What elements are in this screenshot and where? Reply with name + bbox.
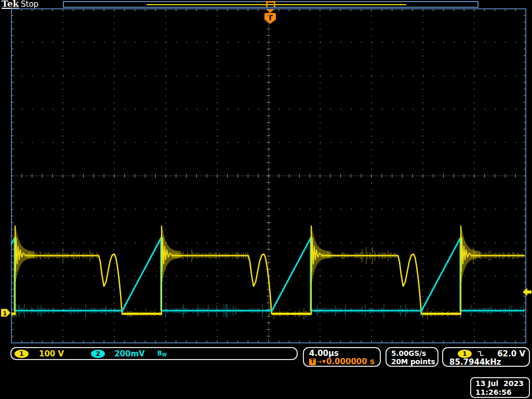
trigger-position-caret-icon[interactable]: [265, 9, 275, 13]
ch1-trace-spikes: [15, 226, 480, 314]
graticule: [11, 9, 526, 343]
ch2-badge[interactable]: 2: [91, 350, 105, 358]
trigger-level-value: 62.0 V: [497, 349, 525, 358]
waveform-display: 1: [0, 0, 532, 399]
oscilloscope-screen: Tek Stop T 1 1 100 V 2 200mV BW 4.00µs T…: [0, 0, 532, 399]
caret-down-icon: ▼: [322, 357, 326, 366]
ch1-badge[interactable]: 1: [15, 350, 29, 358]
ch2-trace: [11, 236, 525, 318]
trigger-source-badge[interactable]: 1: [458, 350, 472, 358]
record-length: 20M points: [391, 357, 437, 366]
trigger-level-arrow[interactable]: [523, 288, 531, 296]
arrow-right-icon: →: [316, 357, 322, 366]
trigger-frequency: 85.7944kHz: [449, 358, 529, 367]
ch2-bandwidth-limit-icon: BW: [157, 350, 167, 357]
record-window-line: [147, 4, 406, 5]
trigger-t-icon: T: [309, 358, 316, 365]
trigger-delay-value: 0.000000 s: [326, 357, 375, 366]
date-label: 13 Jul 2023: [475, 379, 529, 388]
ch1-scale: 100 V: [39, 349, 64, 358]
svg-text:1: 1: [3, 310, 7, 317]
ch1-trace: [11, 247, 525, 320]
timebase-scale: 4.00µs: [309, 349, 380, 357]
acquisition-readout-box[interactable]: 5.00GS/s 20M points: [385, 347, 438, 367]
time-label: 11:26:56: [475, 388, 529, 397]
acquisition-status: Stop: [21, 0, 38, 9]
ch1-ground-marker[interactable]: 1: [1, 309, 10, 317]
sample-rate: 5.00GS/s: [391, 349, 437, 357]
trigger-position-badge[interactable]: T: [264, 13, 276, 24]
datetime-box: 13 Jul 2023 11:26:56: [470, 377, 530, 398]
tek-logo: Tek: [2, 0, 19, 9]
trigger-readout-box[interactable]: 1 62.0 V 85.7944kHz: [442, 347, 530, 367]
ch2-scale: 200mV: [114, 349, 145, 358]
channel-readout-box[interactable]: 1 100 V 2 200mV BW: [10, 347, 298, 360]
falling-edge-icon: [477, 350, 484, 357]
timebase-readout-box[interactable]: 4.00µs T → ▼ 0.000000 s: [303, 347, 381, 367]
trigger-position-bracket-icon[interactable]: [266, 1, 275, 7]
trigger-badge-label: T: [268, 14, 273, 22]
trigger-delay-readout: T → ▼ 0.000000 s: [309, 357, 380, 366]
